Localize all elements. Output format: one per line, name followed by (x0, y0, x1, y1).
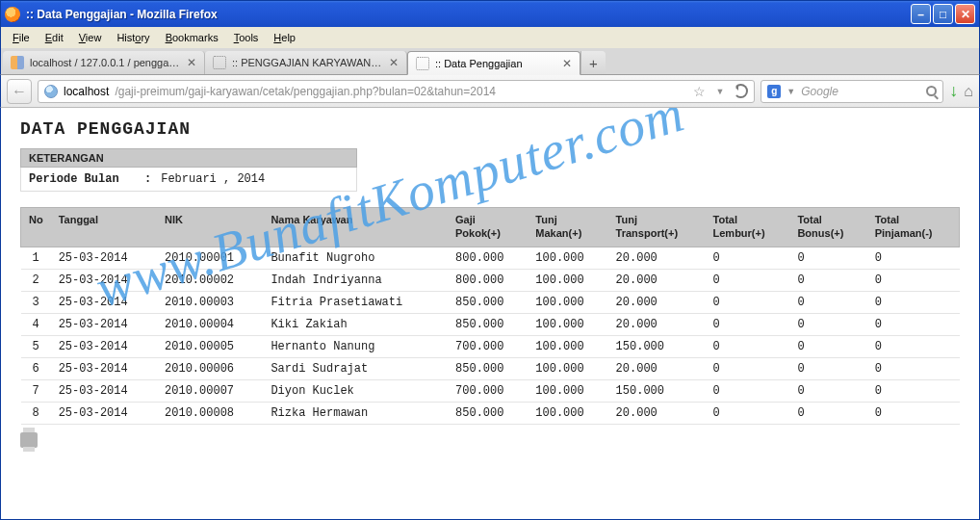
col-bonus: TotalBonus(+) (789, 208, 866, 247)
cell-bonus: 0 (789, 379, 866, 402)
menu-help[interactable]: Help (266, 30, 303, 45)
col-makan: TunjMakan(+) (528, 208, 607, 247)
menu-history[interactable]: History (109, 30, 157, 45)
cell-nama: Diyon Kuclek (263, 379, 448, 402)
cell-makan: 100.000 (528, 247, 607, 269)
cell-lembur: 0 (706, 402, 790, 424)
window-title: :: Data Penggajian - Mozilla Firefox (26, 8, 911, 21)
col-no: No (21, 208, 51, 247)
col-nama: Nama Karyawan (263, 208, 448, 247)
table-row: 525-03-20142010.00005Hernanto Nanung700.… (21, 335, 960, 357)
tab-data-penggajian[interactable]: :: Data Penggajian ✕ (407, 51, 580, 75)
reload-icon[interactable] (734, 84, 748, 98)
home-icon[interactable]: ⌂ (964, 83, 973, 100)
cell-nama: Rizka Hermawan (263, 402, 448, 424)
page-content: www.BunafitKomputer.com DATA PENGGAJIAN … (0, 108, 980, 520)
cell-bonus: 0 (789, 291, 866, 313)
phpmyadmin-icon (11, 56, 24, 69)
cell-tanggal: 25-03-2014 (51, 402, 157, 424)
menu-file[interactable]: File (5, 30, 38, 45)
tabstrip: localhost / 127.0.0.1 / penggajian_karya… (0, 48, 980, 75)
cell-lembur: 0 (706, 313, 790, 335)
col-nik: NIK (157, 208, 263, 247)
page-icon (213, 56, 226, 69)
menu-edit[interactable]: Edit (38, 30, 71, 45)
url-host: localhost (64, 85, 109, 98)
cell-nama: Fitria Prasetiawati (263, 291, 448, 313)
cell-pinjaman: 0 (867, 247, 960, 269)
bookmark-star-icon[interactable]: ☆ (693, 84, 706, 99)
table-row: 425-03-20142010.00004Kiki Zakiah850.0001… (21, 313, 960, 335)
search-engine-dropdown-icon[interactable]: ▼ (787, 87, 795, 96)
search-bar[interactable]: g ▼ Google (761, 80, 943, 103)
keterangan-header: KETERANGAN (20, 148, 357, 168)
cell-transport: 20.000 (608, 291, 706, 313)
cell-transport: 20.000 (608, 402, 706, 424)
tab-label: :: Data Penggajian (435, 58, 556, 69)
print-icon[interactable] (20, 432, 38, 448)
cell-nama: Sardi Sudrajat (263, 357, 448, 379)
cell-no: 2 (21, 269, 51, 291)
cell-lembur: 0 (706, 335, 790, 357)
cell-nik: 2010.00005 (157, 335, 263, 357)
tab-close-icon[interactable]: ✕ (389, 56, 399, 69)
cell-tanggal: 25-03-2014 (51, 247, 157, 269)
cell-lembur: 0 (706, 291, 790, 313)
menu-tools[interactable]: Tools (226, 30, 267, 45)
new-tab-button[interactable]: + (580, 51, 606, 74)
cell-pinjaman: 0 (867, 335, 960, 357)
cell-no: 7 (21, 379, 51, 402)
cell-transport: 20.000 (608, 247, 706, 269)
cell-nik: 2010.00006 (157, 357, 263, 379)
cell-nik: 2010.00004 (157, 313, 263, 335)
url-path: /gaji-preimum/gaji-karyawan/cetak/pengga… (115, 85, 496, 98)
tab-pma[interactable]: localhost / 127.0.0.1 / penggajian_karya… (3, 51, 205, 74)
cell-pinjaman: 0 (867, 379, 960, 402)
minimize-button[interactable]: – (911, 4, 931, 24)
cell-nama: Kiki Zakiah (263, 313, 448, 335)
table-row: 725-03-20142010.00007Diyon Kuclek700.000… (21, 379, 960, 402)
close-button[interactable]: ✕ (955, 4, 975, 24)
cell-transport: 150.000 (608, 335, 706, 357)
downloads-icon[interactable]: ↓ (949, 81, 958, 101)
globe-icon (44, 85, 58, 98)
tab-close-icon[interactable]: ✕ (562, 57, 572, 70)
cell-transport: 20.000 (608, 269, 706, 291)
keterangan-box: KETERANGAN Periode Bulan : Februari , 20… (20, 148, 357, 192)
search-icon[interactable] (926, 86, 937, 96)
menubar: FileEditViewHistoryBookmarksToolsHelp (0, 27, 980, 48)
search-placeholder: Google (801, 85, 838, 98)
cell-nama: Hernanto Nanung (263, 335, 448, 357)
table-row: 225-03-20142010.00002Indah Indriyanna800… (21, 269, 960, 291)
tab-penggajian-app[interactable]: :: PENGGAJIAN KARYAWAN v 2.1 - Siste... … (205, 51, 407, 74)
menu-bookmarks[interactable]: Bookmarks (158, 30, 226, 45)
cell-makan: 100.000 (528, 269, 607, 291)
cell-makan: 100.000 (528, 379, 607, 402)
cell-pinjaman: 0 (867, 402, 960, 424)
tab-close-icon[interactable]: ✕ (187, 56, 196, 69)
cell-no: 5 (21, 335, 51, 357)
cell-nik: 2010.00003 (157, 291, 263, 313)
cell-no: 6 (21, 357, 51, 379)
cell-pinjaman: 0 (867, 357, 960, 379)
cell-nik: 2010.00001 (157, 247, 263, 269)
col-transport: TunjTransport(+) (608, 208, 706, 247)
col-lembur: TotalLembur(+) (706, 208, 790, 247)
cell-gaji: 850.000 (448, 357, 528, 379)
url-bar[interactable]: localhost/gaji-preimum/gaji-karyawan/cet… (38, 80, 755, 103)
period-colon: : (144, 172, 151, 186)
cell-pinjaman: 0 (867, 291, 960, 313)
navigation-toolbar: ← localhost/gaji-preimum/gaji-karyawan/c… (0, 75, 980, 108)
maximize-button[interactable]: □ (933, 4, 953, 24)
back-button[interactable]: ← (7, 79, 32, 104)
cell-lembur: 0 (706, 379, 790, 402)
url-dropdown-icon[interactable]: ▼ (715, 87, 724, 96)
cell-lembur: 0 (706, 247, 790, 269)
cell-bonus: 0 (789, 402, 866, 424)
menu-view[interactable]: View (71, 30, 110, 45)
cell-makan: 100.000 (528, 357, 607, 379)
cell-pinjaman: 0 (867, 269, 960, 291)
table-row: 325-03-20142010.00003Fitria Prasetiawati… (21, 291, 960, 313)
cell-gaji: 700.000 (448, 335, 528, 357)
cell-gaji: 850.000 (448, 313, 528, 335)
